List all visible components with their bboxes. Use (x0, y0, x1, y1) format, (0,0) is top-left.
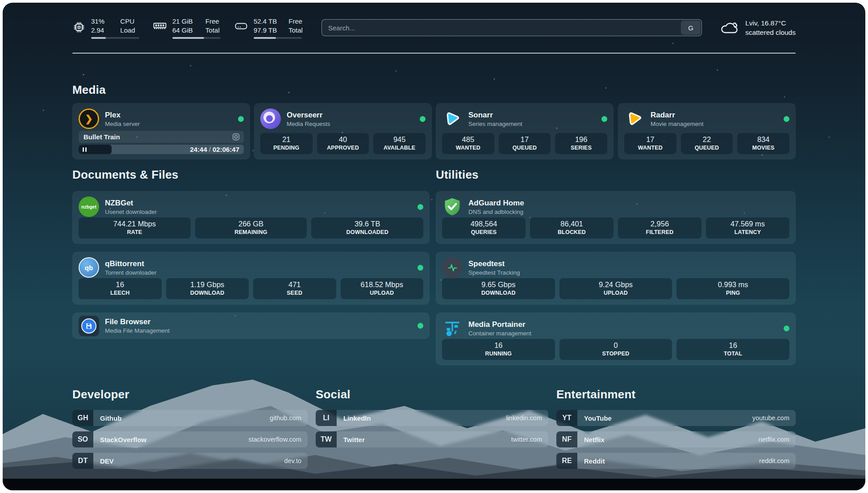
top-bar: 31% CPU 2.94 Load (72, 3, 796, 53)
bookmark-linkedin[interactable]: LI LinkedIn linkedin.com (316, 410, 548, 426)
app-name: qBittorrent (105, 259, 157, 268)
memory-total-value: 64 GiB (172, 26, 194, 34)
memory-free-value: 21 GiB (172, 17, 194, 25)
overseerr-icon (260, 109, 281, 129)
bookmark-abbr: RE (556, 453, 577, 469)
app-desc: Torrent downloader (105, 269, 157, 276)
status-dot (784, 116, 789, 122)
cpu-load-value: 2.94 (91, 26, 108, 34)
memory-total-label: Total (205, 26, 221, 34)
stat-stopped: 0STOPPED (559, 339, 672, 360)
bookmark-abbr: GH (72, 410, 93, 426)
bookmark-abbr: TW (316, 431, 337, 447)
card-radarr[interactable]: Radarr Movie management 17WANTED 22QUEUE… (618, 103, 796, 159)
card-nzbget[interactable]: nzbget NZBGet Usenet downloader 744.21 M… (72, 191, 430, 244)
stat-total: 16TOTAL (676, 339, 789, 360)
stat-latency: 47.569 msLATENCY (706, 217, 789, 238)
app-desc: Movie management (651, 121, 704, 127)
bookmark-stackoverflow[interactable]: SO StackOverflow stackoverflow.com (72, 431, 308, 447)
disk-icon (234, 21, 248, 32)
stat-upload: 9.24 GbpsUPLOAD (559, 278, 672, 299)
app-name: AdGuard Home (468, 199, 524, 208)
disk-total-label: Total (288, 26, 303, 34)
status-dot (420, 116, 426, 122)
weather-widget: Lviv, 16.87°C scattered clouds (720, 18, 796, 37)
bookmarks-entertainment: YT YouTube youtube.com NF Netflix netfli… (556, 410, 796, 469)
stat-rate: 744.21 MbpsRATE (79, 217, 191, 238)
section-title-media: Media (72, 83, 106, 97)
status-dot (238, 116, 244, 122)
bookmark-twitter[interactable]: TW Twitter twitter.com (316, 431, 548, 447)
bookmark-netflix[interactable]: NF Netflix netflix.com (556, 431, 796, 447)
cpu-usage-value: 31% (91, 17, 108, 25)
app-name: Media Portainer (468, 320, 531, 329)
stat-downloaded: 39.6 TBDOWNLOADED (311, 217, 423, 238)
bookmark-name: Github (100, 414, 121, 422)
search-engine-button[interactable]: G (681, 21, 701, 35)
cpu-progress-bar (91, 37, 139, 39)
app-desc: Media File Management (105, 327, 170, 334)
app-name: NZBGet (105, 199, 157, 208)
stat-upload: 618.52 MbpsUPLOAD (341, 278, 424, 299)
status-dot (417, 204, 423, 210)
cloud-icon (720, 20, 739, 36)
bookmark-dev[interactable]: DT DEV dev.to (72, 453, 308, 469)
bookmarks-social: LI LinkedIn linkedin.com TW Twitter twit… (316, 410, 548, 447)
stat-pending: 21PENDING (260, 133, 313, 154)
bookmark-youtube[interactable]: YT YouTube youtube.com (556, 410, 796, 426)
stat-filtered: 2,956FILTERED (618, 217, 701, 238)
card-qbittorrent[interactable]: qb qBittorrent Torrent downloader 16LEEC… (72, 252, 430, 305)
status-dot (601, 116, 607, 122)
bookmark-url: stackoverflow.com (249, 436, 301, 443)
stat-download: 9.65 GbpsDOWNLOAD (442, 278, 555, 299)
portainer-icon (442, 318, 463, 338)
radarr-icon (624, 109, 645, 129)
app-desc: Media Requests (287, 121, 330, 127)
qbittorrent-icon: qb (79, 257, 99, 278)
card-plex[interactable]: ❯ Plex Media server Bullet Train 24:44/0… (72, 103, 250, 159)
bookmark-github[interactable]: GH Github github.com (72, 410, 308, 426)
stat-wanted: 485WANTED (442, 133, 494, 154)
camera-icon (232, 133, 240, 141)
card-filebrowser[interactable]: File Browser Media File Management (72, 313, 430, 339)
stat-queued: 22QUEUED (681, 133, 733, 154)
card-adguard[interactable]: AdGuard Home DNS and adblocking 498,564Q… (436, 191, 796, 244)
card-speedtest[interactable]: Speedtest Speedtest Tracking 9.65 GbpsDO… (436, 252, 796, 305)
app-desc: Container management (468, 330, 531, 337)
bookmark-url: dev.to (284, 457, 301, 464)
stat-blocked: 86,401BLOCKED (530, 217, 613, 238)
card-portainer[interactable]: Media Portainer Container management 16R… (436, 313, 796, 365)
app-desc: DNS and adblocking (468, 209, 524, 215)
app-name: File Browser (105, 318, 170, 326)
cpu-stat: 31% CPU 2.94 Load (72, 17, 139, 39)
stat-download: 1.19 GbpsDOWNLOAD (166, 278, 249, 299)
stat-ping: 0.993 msPING (676, 278, 789, 299)
card-sonarr[interactable]: Sonarr Series management 485WANTED 17QUE… (436, 103, 613, 159)
bookmark-url: github.com (270, 414, 301, 422)
section-title-utilities: Utilities (436, 168, 479, 182)
bookmark-abbr: SO (72, 431, 93, 447)
plex-elapsed: 24:44 (190, 146, 207, 153)
app-desc: Speedtest Tracking (468, 269, 520, 276)
stat-queries: 498,564QUERIES (442, 217, 526, 238)
app-desc: Media server (105, 121, 140, 127)
search-input[interactable] (321, 19, 702, 36)
bookmark-name: StackOverflow (100, 436, 146, 443)
pause-icon (83, 147, 87, 152)
weather-condition: scattered clouds (745, 28, 796, 37)
stat-seed: 471SEED (253, 278, 336, 299)
app-name: Speedtest (468, 259, 520, 268)
bookmark-url: reddit.com (759, 457, 789, 464)
disk-stat: 52.4 TB Free 97.9 TB Total (234, 17, 303, 39)
bookmark-abbr: NF (556, 431, 577, 447)
memory-stat: 21 GiB Free 64 GiB Total (153, 17, 221, 39)
stat-series: 196SERIES (555, 133, 607, 154)
window-bottom-edge (3, 479, 865, 490)
bookmark-reddit[interactable]: RE Reddit reddit.com (556, 453, 796, 469)
bookmark-name: DEV (100, 457, 114, 465)
app-name: Plex (105, 111, 140, 120)
cpu-icon (72, 21, 86, 34)
app-name: Overseerr (287, 111, 330, 120)
card-overseerr[interactable]: Overseerr Media Requests 21PENDING 40APP… (254, 103, 432, 159)
disk-free-label: Free (288, 17, 303, 25)
